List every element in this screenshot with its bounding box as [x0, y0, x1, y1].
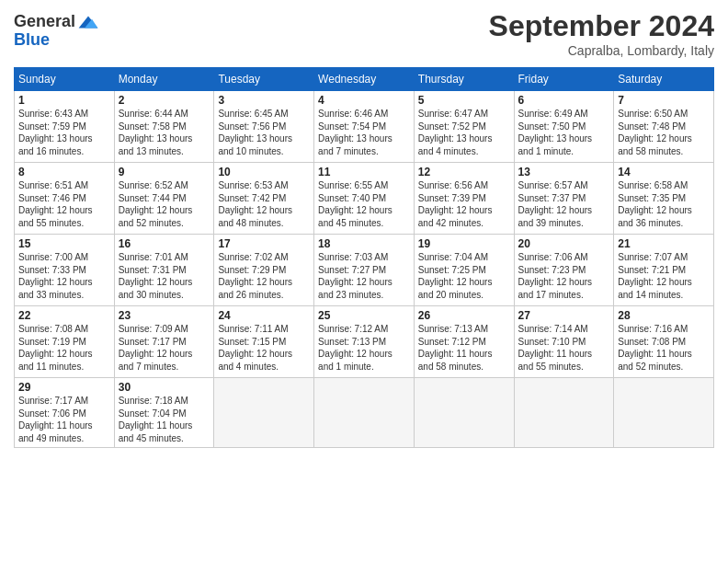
day-info: Sunrise: 6:50 AMSunset: 7:48 PMDaylight:…	[618, 108, 710, 157]
calendar-cell: 20Sunrise: 7:06 AMSunset: 7:23 PMDayligh…	[514, 235, 614, 306]
calendar-cell: 24Sunrise: 7:11 AMSunset: 7:15 PMDayligh…	[214, 306, 314, 378]
calendar-container: General Blue September 2024 Capralba, Lo…	[0, 0, 728, 457]
calendar-cell: 23Sunrise: 7:09 AMSunset: 7:17 PMDayligh…	[114, 306, 214, 378]
logo-icon	[77, 13, 99, 31]
day-info: Sunrise: 7:12 AMSunset: 7:13 PMDaylight:…	[318, 323, 410, 373]
calendar-cell: 3Sunrise: 6:45 AMSunset: 7:56 PMDaylight…	[214, 91, 314, 163]
week-row-2: 8Sunrise: 6:51 AMSunset: 7:46 PMDaylight…	[15, 163, 714, 235]
sunset-text: Sunset: 7:19 PM	[18, 337, 86, 347]
day-number: 12	[418, 166, 510, 178]
sunrise-text: Sunrise: 7:18 AM	[119, 396, 188, 406]
day-number: 25	[318, 309, 410, 322]
calendar-cell: 11Sunrise: 6:55 AMSunset: 7:40 PMDayligh…	[314, 163, 415, 235]
sunrise-text: Sunrise: 7:12 AM	[318, 324, 388, 334]
daylight-text: Daylight: 13 hours and 13 minutes.	[119, 133, 193, 156]
sunrise-text: Sunrise: 6:53 AM	[218, 180, 288, 190]
daylight-text: Daylight: 13 hours and 1 minute.	[518, 133, 593, 156]
daylight-text: Daylight: 12 hours and 20 minutes.	[418, 277, 493, 300]
sunrise-text: Sunrise: 6:45 AM	[218, 109, 288, 119]
day-info: Sunrise: 7:07 AMSunset: 7:21 PMDaylight:…	[618, 251, 710, 301]
day-info: Sunrise: 7:13 AMSunset: 7:12 PMDaylight:…	[418, 323, 510, 373]
day-info: Sunrise: 6:49 AMSunset: 7:50 PMDaylight:…	[518, 108, 610, 157]
daylight-text: Daylight: 12 hours and 23 minutes.	[318, 277, 392, 300]
calendar-cell	[214, 378, 314, 448]
sunrise-text: Sunrise: 7:06 AM	[518, 252, 588, 262]
calendar-cell	[614, 378, 714, 448]
sunset-text: Sunset: 7:50 PM	[518, 121, 586, 132]
sunrise-text: Sunrise: 7:02 AM	[218, 252, 288, 262]
daylight-text: Daylight: 13 hours and 4 minutes.	[418, 133, 493, 156]
day-number: 30	[119, 381, 210, 394]
sunset-text: Sunset: 7:56 PM	[218, 121, 286, 132]
sunrise-text: Sunrise: 7:04 AM	[418, 252, 488, 262]
day-number: 4	[318, 94, 410, 107]
day-info: Sunrise: 6:44 AMSunset: 7:58 PMDaylight:…	[119, 108, 210, 157]
sunset-text: Sunset: 7:06 PM	[18, 408, 86, 419]
day-number: 13	[518, 166, 610, 178]
daylight-text: Daylight: 13 hours and 10 minutes.	[218, 133, 292, 156]
sunrise-text: Sunrise: 6:49 AM	[518, 109, 588, 119]
day-info: Sunrise: 7:03 AMSunset: 7:27 PMDaylight:…	[318, 251, 410, 301]
sunrise-text: Sunrise: 7:01 AM	[119, 252, 188, 262]
calendar-cell: 13Sunrise: 6:57 AMSunset: 7:37 PMDayligh…	[514, 163, 614, 235]
weekday-header-tuesday: Tuesday	[214, 68, 314, 91]
sunset-text: Sunset: 7:08 PM	[618, 337, 686, 347]
daylight-text: Daylight: 12 hours and 45 minutes.	[318, 205, 392, 228]
day-number: 22	[18, 309, 110, 322]
daylight-text: Daylight: 11 hours and 49 minutes.	[18, 420, 93, 443]
day-number: 6	[518, 94, 610, 107]
calendar-cell	[514, 378, 614, 448]
sunset-text: Sunset: 7:04 PM	[119, 408, 187, 419]
daylight-text: Daylight: 12 hours and 33 minutes.	[18, 277, 93, 300]
sunset-text: Sunset: 7:59 PM	[18, 121, 86, 132]
day-number: 15	[18, 237, 110, 250]
sunset-text: Sunset: 7:48 PM	[618, 121, 686, 132]
sunset-text: Sunset: 7:10 PM	[518, 337, 586, 347]
weekday-header-saturday: Saturday	[614, 68, 714, 91]
sunrise-text: Sunrise: 6:57 AM	[518, 180, 588, 190]
calendar-cell: 28Sunrise: 7:16 AMSunset: 7:08 PMDayligh…	[614, 306, 714, 378]
day-number: 17	[218, 237, 310, 250]
sunset-text: Sunset: 7:40 PM	[318, 193, 386, 203]
calendar-cell: 4Sunrise: 6:46 AMSunset: 7:54 PMDaylight…	[314, 91, 415, 163]
calendar-cell: 26Sunrise: 7:13 AMSunset: 7:12 PMDayligh…	[414, 306, 514, 378]
sunset-text: Sunset: 7:23 PM	[518, 265, 586, 275]
sunrise-text: Sunrise: 6:51 AM	[18, 180, 88, 190]
day-info: Sunrise: 7:09 AMSunset: 7:17 PMDaylight:…	[119, 323, 210, 373]
calendar-cell: 7Sunrise: 6:50 AMSunset: 7:48 PMDaylight…	[614, 91, 714, 163]
sunset-text: Sunset: 7:21 PM	[618, 265, 686, 275]
sunrise-text: Sunrise: 6:44 AM	[119, 109, 188, 119]
daylight-text: Daylight: 12 hours and 4 minutes.	[218, 349, 292, 372]
sunset-text: Sunset: 7:15 PM	[218, 337, 286, 347]
day-info: Sunrise: 7:00 AMSunset: 7:33 PMDaylight:…	[18, 251, 110, 301]
sunrise-text: Sunrise: 6:50 AM	[618, 109, 688, 119]
daylight-text: Daylight: 12 hours and 7 minutes.	[119, 349, 193, 372]
sunset-text: Sunset: 7:29 PM	[218, 265, 286, 275]
day-number: 7	[618, 94, 710, 107]
calendar-cell: 10Sunrise: 6:53 AMSunset: 7:42 PMDayligh…	[214, 163, 314, 235]
day-info: Sunrise: 7:06 AMSunset: 7:23 PMDaylight:…	[518, 251, 610, 301]
day-info: Sunrise: 6:43 AMSunset: 7:59 PMDaylight:…	[18, 108, 110, 157]
daylight-text: Daylight: 12 hours and 36 minutes.	[618, 205, 692, 228]
header: General Blue September 2024 Capralba, Lo…	[14, 9, 714, 58]
weekday-header-sunday: Sunday	[15, 68, 115, 91]
calendar-cell: 25Sunrise: 7:12 AMSunset: 7:13 PMDayligh…	[314, 306, 415, 378]
sunrise-text: Sunrise: 7:11 AM	[218, 324, 288, 334]
day-info: Sunrise: 6:51 AMSunset: 7:46 PMDaylight:…	[18, 179, 110, 229]
daylight-text: Daylight: 12 hours and 26 minutes.	[218, 277, 292, 300]
sunset-text: Sunset: 7:33 PM	[18, 265, 86, 275]
daylight-text: Daylight: 12 hours and 55 minutes.	[18, 205, 93, 228]
sunrise-text: Sunrise: 6:56 AM	[418, 180, 488, 190]
calendar-cell: 15Sunrise: 7:00 AMSunset: 7:33 PMDayligh…	[15, 235, 115, 306]
day-info: Sunrise: 7:14 AMSunset: 7:10 PMDaylight:…	[518, 323, 610, 373]
daylight-text: Daylight: 12 hours and 52 minutes.	[119, 205, 193, 228]
sunset-text: Sunset: 7:12 PM	[418, 337, 486, 347]
weekday-header-monday: Monday	[114, 68, 214, 91]
sunrise-text: Sunrise: 7:16 AM	[618, 324, 688, 334]
day-info: Sunrise: 6:56 AMSunset: 7:39 PMDaylight:…	[418, 179, 510, 229]
sunset-text: Sunset: 7:13 PM	[318, 337, 386, 347]
sunset-text: Sunset: 7:46 PM	[18, 193, 86, 203]
day-number: 11	[318, 166, 410, 178]
sunset-text: Sunset: 7:27 PM	[318, 265, 386, 275]
day-info: Sunrise: 7:11 AMSunset: 7:15 PMDaylight:…	[218, 323, 310, 373]
